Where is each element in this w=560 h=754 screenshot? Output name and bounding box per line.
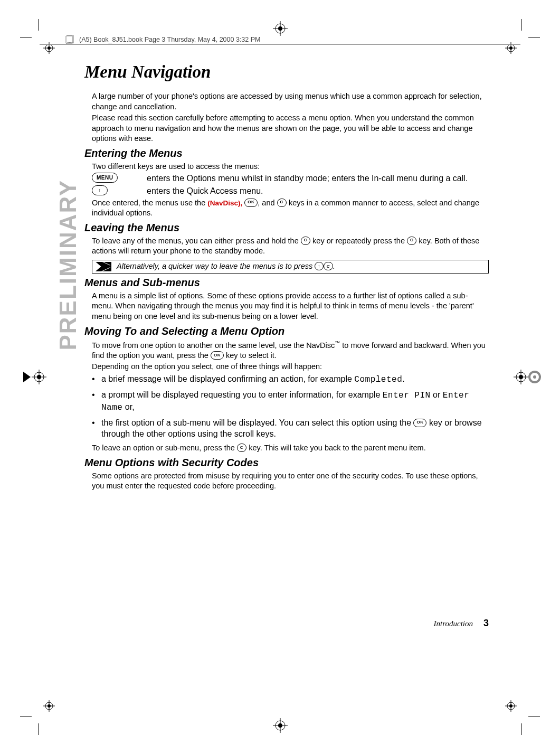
svg-point-11	[509, 46, 512, 50]
text-fragment: , and	[258, 199, 277, 207]
note-callout: Alternatively, a quicker way to leave th…	[92, 260, 489, 274]
text-fragment: Once entered, the menus use the	[92, 199, 207, 207]
moving-paragraph-3: To leave an option or sub-menu, press th…	[92, 443, 489, 454]
sidebar-watermark: PRELIMINARY	[55, 180, 81, 351]
svg-point-36	[516, 372, 526, 382]
text-fragment: or	[431, 390, 443, 399]
svg-point-32	[34, 372, 44, 382]
svg-point-20	[507, 702, 515, 710]
svg-point-5	[48, 46, 51, 50]
text-fragment: a prompt will be displayed requesting yo…	[101, 390, 383, 399]
text-fragment: .	[333, 262, 335, 270]
text-fragment: .	[402, 374, 404, 383]
text-fragment: To move from one option to another on th…	[92, 341, 335, 349]
moving-bullets: a brief message will be displayed confir…	[92, 373, 489, 440]
text-fragment: a brief message will be displayed confir…	[101, 374, 354, 383]
trademark-symbol: ™	[335, 340, 340, 346]
lcd-text: Enter PIN	[383, 391, 431, 400]
page-footer: Introduction 3	[434, 618, 489, 629]
c-key-icon: C	[324, 262, 333, 270]
svg-point-31	[278, 723, 282, 728]
svg-point-40	[529, 372, 540, 382]
svg-point-24	[276, 24, 285, 33]
text-fragment: Alternatively, a quicker way to leave th…	[117, 262, 315, 270]
text-fragment: or,	[122, 402, 134, 411]
moving-paragraph-2: Depending on the option you select, one …	[92, 362, 489, 372]
navdisc-label: (NavDisc),	[207, 199, 242, 207]
ok-key-icon: OK	[413, 419, 426, 427]
crop-mark-icon	[503, 19, 540, 56]
up-arrow-key-icon: ↑	[92, 185, 108, 195]
crop-mark-icon	[20, 698, 57, 735]
text-fragment: key or repeatedly press the	[310, 237, 407, 245]
chapter-title: Menu Navigation	[84, 62, 489, 82]
svg-point-8	[507, 44, 515, 52]
note-flag-icon	[96, 262, 111, 271]
footer-page-number: 3	[483, 618, 489, 629]
section-entering-title: Entering the Menus	[84, 147, 489, 159]
svg-point-17	[48, 704, 51, 708]
ok-key-icon: OK	[211, 351, 224, 360]
submenus-paragraph: A menu is a simple list of options. Some…	[92, 291, 489, 322]
svg-point-27	[278, 26, 282, 31]
svg-point-14	[45, 702, 53, 710]
entering-post: Once entered, the menus use the (NavDisc…	[92, 198, 489, 219]
c-key-icon: C	[237, 444, 246, 452]
text-fragment: To leave an option or sub-menu, press th…	[92, 444, 237, 452]
leaving-paragraph: To leave any of the menus, you can eithe…	[92, 236, 489, 257]
section-moving-title: Moving To and Selecting a Menu Option	[84, 325, 489, 337]
text-fragment: To leave any of the menus, you can eithe…	[92, 237, 301, 245]
ok-key-icon: OK	[244, 199, 258, 207]
book-header-text: (A5) Book_8J51.book Page 3 Thursday, May…	[79, 36, 261, 43]
c-key-icon: C	[407, 237, 416, 245]
text-fragment: key. This will take you back to the pare…	[246, 444, 426, 452]
svg-point-28	[276, 721, 285, 730]
book-icon	[65, 35, 75, 44]
note-text: Alternatively, a quicker way to leave th…	[117, 262, 335, 271]
svg-point-39	[519, 375, 523, 379]
list-item: the first option of a sub-menu will be d…	[92, 417, 489, 440]
lcd-text: Completed	[354, 375, 402, 384]
section-leaving-title: Leaving the Menus	[84, 222, 489, 234]
registration-icon	[270, 18, 291, 39]
entering-lead: Two different keys are used to access th…	[92, 162, 489, 172]
text-fragment: key to select it.	[224, 351, 277, 360]
svg-point-2	[45, 44, 53, 52]
text-fragment: the first option of a sub-menu will be d…	[101, 418, 413, 427]
moving-paragraph-1: To move from one option to another on th…	[92, 340, 489, 361]
registration-icon	[18, 361, 50, 393]
section-submenus-title: Menus and Sub-menus	[84, 277, 489, 289]
list-item: a prompt will be displayed requesting yo…	[92, 389, 489, 414]
up-key-description: enters the Quick Access menu.	[147, 185, 489, 197]
list-item: a brief message will be displayed confir…	[92, 373, 489, 386]
svg-point-41	[533, 375, 536, 379]
menu-key-row: MENU enters the Options menu whilst in s…	[92, 173, 489, 184]
security-paragraph: Some options are protected from misuse b…	[92, 471, 489, 492]
menu-key-description: enters the Options menu whilst in standb…	[147, 173, 489, 184]
intro-paragraph-1: A large number of your phone's options a…	[92, 91, 489, 112]
svg-point-35	[37, 375, 41, 379]
registration-icon	[510, 361, 542, 393]
c-key-icon: C	[301, 237, 310, 245]
up-arrow-key-icon: ↑	[315, 262, 324, 270]
up-key-row: ↑ enters the Quick Access menu.	[92, 185, 489, 197]
footer-section-name: Introduction	[434, 619, 473, 628]
crop-mark-icon	[503, 698, 540, 735]
menu-key-icon: MENU	[92, 173, 118, 183]
registration-icon	[270, 715, 291, 736]
section-security-title: Menu Options with Security Codes	[84, 457, 489, 469]
crop-mark-icon	[20, 19, 57, 56]
hairline	[40, 44, 520, 45]
intro-paragraph-2: Please read this section carefully befor…	[92, 113, 489, 144]
svg-point-23	[509, 704, 512, 708]
c-key-icon: C	[277, 199, 287, 207]
